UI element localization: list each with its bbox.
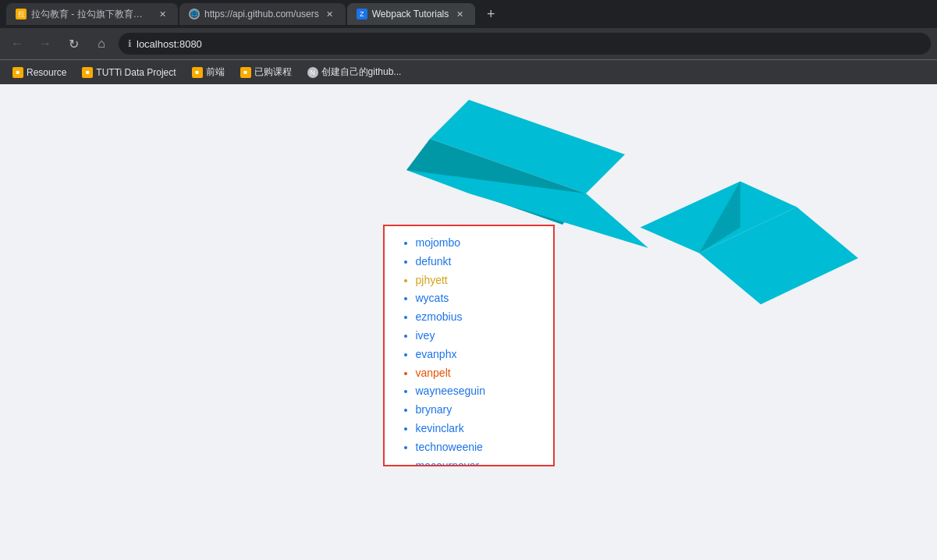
address-input-bar[interactable]: ℹ localhost:8080 [119,33,931,55]
bookmark-resource-favicon: ■ [12,67,23,78]
list-item: macournoyer [416,457,538,466]
tab3-favicon: Z [357,9,367,19]
bookmark-frontend[interactable]: ■ 前端 [186,64,231,80]
bookmark-resource-label: Resource [27,67,66,78]
list-item: technoweenie [416,438,538,457]
bookmark-github[interactable]: N 创建自己的github... [301,64,408,80]
tab1-close[interactable]: ✕ [156,8,169,20]
list-item: wayneeseguin [416,382,538,401]
tab1-favicon: 拉 [16,9,27,19]
tab3-close[interactable]: ✕ [453,8,466,20]
bookmark-tutti[interactable]: ■ TUTTi Data Project [76,66,182,80]
address-text: localhost:8080 [137,38,202,50]
list-item: brynary [416,401,538,420]
tab3-label: Webpack Tutorials [372,9,449,19]
page-content: mojombodefunktpjhyettwycatsezmobiusiveye… [0,84,937,560]
tab-github-api[interactable]: 🌐 https://api.github.com/users ✕ [179,3,346,25]
tab-bar: 拉 拉勾教育 - 拉勾旗下教育平台 ✕ 🌐 https://api.github… [0,0,937,28]
list-item: vanpelt [416,364,538,383]
browser-chrome: 拉 拉勾教育 - 拉勾旗下教育平台 ✕ 🌐 https://api.github… [0,0,937,84]
bookmark-tutti-favicon: ■ [82,67,93,78]
bookmark-frontend-label: 前端 [206,66,225,79]
tab2-favicon: 🌐 [189,9,200,19]
tab2-label: https://api.github.com/users [204,9,319,19]
tab1-label: 拉勾教育 - 拉勾旗下教育平台 [31,8,151,21]
bookmark-courses[interactable]: ■ 已购课程 [234,64,298,80]
bookmarks-bar: ■ Resource ■ TUTTi Data Project ■ 前端 ■ 已… [0,59,937,84]
angular-logo [0,168,937,348]
list-item: kevinclark [416,420,538,438]
bookmark-github-label: 创建自己的github... [321,66,402,79]
bookmark-frontend-favicon: ■ [192,67,203,78]
home-button[interactable]: ⌂ [91,33,112,55]
bookmark-courses-favicon: ■ [240,67,251,78]
refresh-button[interactable]: ↻ [62,33,84,55]
address-bar: ← → ↻ ⌂ ℹ localhost:8080 [0,28,937,59]
tab-lagou[interactable]: 拉 拉勾教育 - 拉勾旗下教育平台 ✕ [6,3,178,25]
forward-button[interactable]: → [34,33,56,55]
bookmark-tutti-label: TUTTi Data Project [96,67,176,78]
lock-icon: ℹ [128,38,132,49]
back-button[interactable]: ← [6,33,28,55]
bookmark-courses-label: 已购课程 [254,66,292,79]
logo-area [0,92,937,271]
bookmark-github-favicon: N [307,67,318,78]
new-tab-button[interactable]: + [480,3,502,25]
tab2-close[interactable]: ✕ [324,8,336,20]
list-item: evanphx [416,346,538,364]
tab-webpack[interactable]: Z Webpack Tutorials ✕ [347,3,476,25]
bookmark-resource[interactable]: ■ Resource [6,66,73,80]
